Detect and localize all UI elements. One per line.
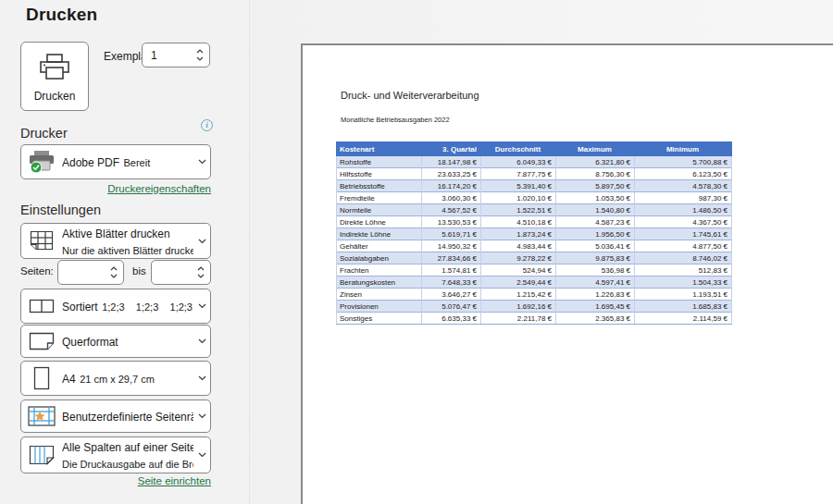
collation-sublabel: 1;2;3 1;2;3 1;2;3	[102, 301, 193, 313]
table-row: Gehälter14.950,32 €4.983,44 €5.036,41 €4…	[337, 240, 732, 252]
chevron-down-icon	[193, 413, 210, 419]
fit-columns-icon	[21, 445, 62, 465]
chevron-down-icon	[193, 159, 210, 165]
table-row: Indirekte Löhne5.619,71 €1.873,24 €1.956…	[337, 228, 732, 240]
value-cell: 14.950,32 €	[422, 240, 481, 252]
orientation-label: Querformat	[62, 336, 118, 349]
scaling-sublabel: Die Druckausgabe auf die Brei...	[62, 459, 193, 470]
value-cell: 1.020,10 €	[481, 192, 556, 204]
value-cell: 18.147,98 €	[422, 156, 481, 168]
value-cell: 27.834,66 €	[422, 252, 481, 264]
value-cell: 4.597,41 €	[556, 277, 635, 289]
cost-type-cell: Gehälter	[337, 240, 422, 252]
value-cell: 23.633,25 €	[422, 168, 481, 180]
value-cell: 7.877,75 €	[481, 168, 556, 180]
spinner-up-icon[interactable]	[110, 266, 118, 271]
spinner-down-icon[interactable]	[197, 274, 205, 278]
value-cell: 4.877,50 €	[635, 240, 732, 252]
value-cell: 6.123,50 €	[635, 168, 732, 180]
print-settings-panel: Drucken Drucken Exemplare: 1 Druck	[0, 0, 250, 504]
value-cell: 4.587,23 €	[556, 216, 635, 228]
printer-dropdown[interactable]: Adobe PDF Bereit	[20, 144, 211, 179]
value-cell: 8.746,02 €	[635, 252, 732, 264]
cost-type-cell: Provisionen	[337, 301, 422, 313]
collate-icon	[21, 299, 62, 313]
print-button-label: Drucken	[34, 90, 76, 103]
table-row: Zinsen3.646,27 €1.215,42 €1.226,83 €1.19…	[337, 289, 732, 301]
value-cell: 1.873,24 €	[481, 228, 556, 240]
value-cell: 2.114,59 €	[635, 313, 732, 325]
column-header: Maximum	[556, 142, 635, 156]
margins-label: Benutzerdefinierte Seitenrän...	[62, 411, 193, 424]
spinner-up-icon[interactable]	[197, 266, 205, 271]
cost-type-cell: Frachten	[337, 264, 422, 277]
scaling-dropdown[interactable]: Alle Spalten auf einer Seite d... Die Dr…	[20, 436, 211, 473]
pages-to-stepper[interactable]	[151, 260, 211, 285]
value-cell: 3.646,27 €	[422, 289, 481, 301]
printer-properties-link[interactable]: Druckereigenschaften	[20, 183, 211, 194]
table-row: Betriebsstoffe16.174,20 €5.391,40 €5.897…	[337, 180, 732, 192]
page-setup-link[interactable]: Seite einrichten	[20, 475, 211, 486]
table-row: Hilfsstoffe23.633,25 €7.877,75 €8.756,30…	[337, 168, 732, 180]
info-icon[interactable]: i	[201, 119, 213, 131]
value-cell: 4.983,44 €	[481, 240, 556, 252]
cost-type-cell: Fremdteile	[337, 192, 422, 204]
table-row: Rohstoffe18.147,98 €6.049,33 €6.321,80 €…	[337, 156, 732, 168]
document-subtitle: Monatliche Betriebsausgaben 2022	[341, 116, 450, 124]
sheet-grid-icon	[21, 230, 62, 252]
pages-from-stepper[interactable]	[57, 260, 124, 285]
margins-dropdown[interactable]: Benutzerdefinierte Seitenrän...	[20, 400, 211, 433]
column-header: 3. Quartal	[422, 142, 481, 156]
value-cell: 3.060,30 €	[422, 192, 481, 204]
copies-stepper[interactable]: 1	[142, 43, 210, 68]
print-what-label: Aktive Blätter drucken	[62, 227, 170, 240]
value-cell: 1.193,51 €	[635, 289, 732, 301]
collation-dropdown[interactable]: Sortiert 1;2;3 1;2;3 1;2;3	[20, 289, 211, 324]
table-row: Provisionen5.076,47 €1.692,16 €1.695,45 …	[337, 301, 732, 313]
landscape-page-icon	[21, 332, 62, 350]
cost-type-cell: Indirekte Löhne	[337, 228, 422, 240]
column-header: Minimum	[635, 142, 732, 156]
value-cell: 1.053,50 €	[556, 192, 635, 204]
preview-table-body: Rohstoffe18.147,98 €6.049,33 €6.321,80 €…	[337, 156, 732, 325]
value-cell: 2.365,83 €	[556, 313, 635, 325]
printer-name: Adobe PDF	[62, 156, 119, 169]
table-row: Sonstiges6.635,33 €2.211,78 €2.365,83 €2…	[337, 313, 732, 325]
value-cell: 1.540,80 €	[556, 204, 635, 216]
printer-status: Bereit	[124, 157, 151, 168]
value-cell: 5.076,47 €	[422, 301, 481, 313]
table-row: Frachten1.574,81 €524,94 €536,98 €512,83…	[337, 264, 732, 277]
portrait-page-icon	[21, 366, 62, 390]
value-cell: 987,30 €	[635, 192, 732, 204]
chevron-down-icon	[193, 239, 210, 244]
collation-label: Sortiert	[62, 301, 98, 313]
value-cell: 9.278,22 €	[481, 252, 556, 264]
value-cell: 6.321,80 €	[556, 156, 635, 168]
print-button[interactable]: Drucken	[20, 42, 89, 111]
value-cell: 13.530,53 €	[422, 216, 481, 228]
print-what-dropdown[interactable]: Aktive Blätter drucken Nur die aktiven B…	[20, 223, 211, 259]
spinner-down-icon[interactable]	[110, 274, 118, 278]
printer-device-icon	[21, 150, 62, 174]
margins-icon	[21, 406, 62, 426]
cost-type-cell: Sozialabgaben	[337, 252, 422, 264]
value-cell: 1.226,83 €	[556, 289, 635, 301]
cost-type-cell: Beratungskosten	[337, 277, 422, 289]
print-preview-area: Druck- und Weiterverarbeitung Monatliche…	[250, 0, 833, 504]
value-cell: 4.567,52 €	[422, 204, 481, 216]
table-row: Direkte Löhne13.530,53 €4.510,18 €4.587,…	[337, 216, 732, 228]
scaling-label: Alle Spalten auf einer Seite d...	[62, 441, 193, 454]
spinner-down-icon[interactable]	[196, 56, 204, 61]
paper-size-dropdown[interactable]: A4 21 cm x 29,7 cm	[20, 361, 211, 396]
printer-section-label: Drucker	[20, 126, 68, 141]
value-cell: 4.578,30 €	[635, 180, 732, 192]
value-cell: 1.574,81 €	[422, 264, 481, 277]
cost-type-cell: Hilfsstoffe	[337, 168, 422, 180]
table-header-row: Kostenart3. QuartalDurchschnittMaximumMi…	[337, 142, 732, 156]
value-cell: 16.174,20 €	[422, 180, 481, 192]
spinner-up-icon[interactable]	[196, 49, 204, 54]
orientation-dropdown[interactable]: Querformat	[20, 325, 211, 358]
printer-icon	[38, 53, 71, 82]
copies-value: 1	[151, 49, 157, 62]
cost-type-cell: Rohstoffe	[337, 156, 422, 168]
